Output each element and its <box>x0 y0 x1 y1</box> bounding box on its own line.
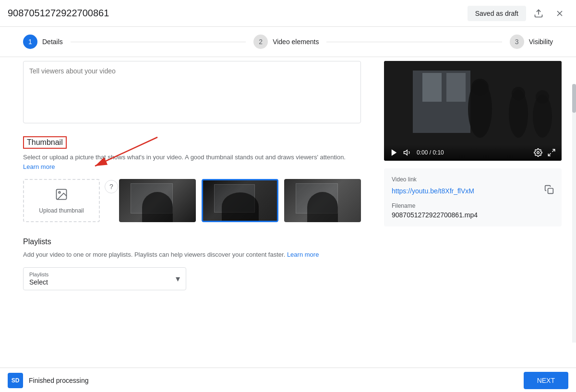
thumbnail-options: Upload thumbnail ? <box>23 179 361 222</box>
step-visibility[interactable]: 3 Visibility <box>510 35 553 49</box>
svg-line-21 <box>548 154 551 156</box>
video-scene: 0:00 / 0:10 <box>384 61 562 161</box>
step-circle-3: 3 <box>510 35 524 49</box>
thumbnail-help-button[interactable]: ? <box>105 180 118 193</box>
scrollbar-track[interactable] <box>572 84 576 343</box>
thumbnail-learn-more-link[interactable]: Learn more <box>23 163 55 170</box>
settings-icon <box>534 148 542 157</box>
video-player: 0:00 / 0:10 <box>384 61 562 161</box>
upload-thumbnail-label: Upload thumbnail <box>39 207 84 214</box>
thumb-silhouette-1 <box>142 192 173 222</box>
svg-marker-17 <box>392 149 397 156</box>
thumbnail-description: Select or upload a picture that shows wh… <box>23 153 361 171</box>
playlists-section: Playlists Add your video to one or more … <box>23 238 361 290</box>
next-button[interactable]: NEXT <box>524 372 568 389</box>
step-details[interactable]: 1 Details <box>23 35 63 49</box>
current-time: 0:00 <box>417 149 428 156</box>
svg-line-20 <box>552 149 555 152</box>
volume-button[interactable] <box>403 148 412 157</box>
settings-button[interactable] <box>534 148 542 157</box>
svg-rect-22 <box>548 189 553 194</box>
header: 9087051272922700861 Saved as draft <box>0 0 576 27</box>
play-button[interactable] <box>390 148 398 157</box>
video-info-box: Video link https://youtu.be/t8Xfr_flVxM … <box>384 168 562 226</box>
footer: SD Finished processing NEXT <box>0 368 576 392</box>
main-content: Thumbnail Select or upload a picture tha… <box>0 57 576 368</box>
step-video-elements[interactable]: 2 Video elements <box>253 35 319 49</box>
close-icon <box>555 9 564 18</box>
copy-icon <box>544 185 554 194</box>
processing-badge: SD <box>8 373 23 388</box>
processing-status-text: Finished processing <box>29 377 89 384</box>
svg-marker-18 <box>404 150 408 155</box>
volume-icon <box>403 148 412 157</box>
svg-point-16 <box>536 90 549 104</box>
thumb-silhouette-2 <box>222 192 259 221</box>
time-display: 0:00 / 0:10 <box>417 149 444 156</box>
header-actions: Saved as draft <box>468 5 568 22</box>
thumbnail-option-1[interactable] <box>119 179 196 222</box>
scrollbar-thumb[interactable] <box>572 84 576 113</box>
left-panel: Thumbnail Select or upload a picture tha… <box>0 57 384 368</box>
copy-link-button[interactable] <box>544 185 554 197</box>
upload-thumbnail-button[interactable]: Upload thumbnail <box>23 179 100 222</box>
play-icon <box>390 148 398 157</box>
filename-value: 9087051272922700861.mp4 <box>392 211 554 219</box>
thumbnail-label: Thumbnail <box>23 136 67 149</box>
upload-icon-button[interactable] <box>530 5 547 22</box>
svg-point-6 <box>59 191 60 193</box>
step-label-2: Video elements <box>273 38 319 46</box>
page-title: 9087051272922700861 <box>8 8 109 19</box>
playlist-select-dropdown[interactable]: Playlists Select ▾ <box>23 267 186 290</box>
svg-point-14 <box>512 87 525 100</box>
total-time: 0:10 <box>432 149 444 156</box>
thumbnail-section: Thumbnail Select or upload a picture tha… <box>23 136 361 222</box>
step-line-1 <box>71 42 246 42</box>
upload-icon <box>55 188 68 204</box>
upload-icon <box>534 9 543 18</box>
chevron-down-icon: ▾ <box>176 273 180 284</box>
playlist-select-label: Playlists <box>29 272 180 277</box>
saved-draft-button[interactable]: Saved as draft <box>468 6 526 21</box>
thumbnail-option-3[interactable] <box>284 179 361 222</box>
svg-point-19 <box>537 152 540 154</box>
step-label-3: Visibility <box>529 38 553 46</box>
svg-point-12 <box>471 79 489 96</box>
playlists-title: Playlists <box>23 238 361 246</box>
thumb-silhouette-3 <box>307 192 338 222</box>
playlists-learn-more-link[interactable]: Learn more <box>287 251 319 258</box>
step-circle-1: 1 <box>23 35 37 49</box>
video-link-url[interactable]: https://youtu.be/t8Xfr_flVxM <box>392 187 474 195</box>
filename-label: Filename <box>392 202 554 209</box>
right-panel: 0:00 / 0:10 <box>384 57 576 368</box>
step-line-2 <box>326 42 502 42</box>
svg-rect-10 <box>446 73 466 102</box>
step-label-1: Details <box>42 38 63 46</box>
fullscreen-icon <box>547 148 556 157</box>
svg-rect-9 <box>422 73 442 102</box>
thumbnail-option-2[interactable] <box>202 179 278 222</box>
stepper: 1 Details 2 Video elements 3 Visibility <box>0 27 576 57</box>
video-link-label: Video link <box>392 176 554 183</box>
video-link-row: https://youtu.be/t8Xfr_flVxM <box>392 185 554 197</box>
video-controls: 0:00 / 0:10 <box>384 144 562 161</box>
playlists-description: Add your video to one or more playlists.… <box>23 250 361 260</box>
close-button[interactable] <box>551 5 568 22</box>
step-circle-2: 2 <box>253 35 268 49</box>
playlist-select-value: Select <box>29 278 48 286</box>
description-input[interactable] <box>23 61 361 123</box>
fullscreen-button[interactable] <box>547 148 556 157</box>
